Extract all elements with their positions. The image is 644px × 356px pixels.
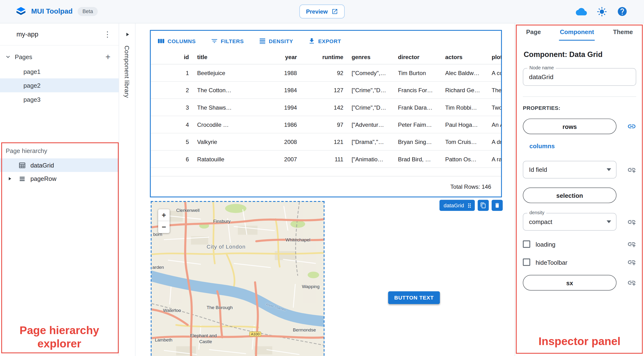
columns-property-link[interactable]: columns <box>530 142 555 149</box>
duplicate-component-button[interactable] <box>478 200 488 211</box>
table-cell[interactable]: Tim Burton <box>394 64 441 81</box>
pages-section-header[interactable]: Pages + <box>0 49 119 64</box>
zoom-out-button[interactable]: − <box>158 221 170 233</box>
table-cell[interactable]: 3 <box>151 99 193 116</box>
loading-binding-icon[interactable] <box>627 240 636 249</box>
component-library-strip[interactable]: Component library <box>119 23 136 356</box>
table-cell[interactable]: 2 <box>151 82 193 99</box>
datagrid-component[interactable]: COLUMNS FILTERS DENSITY EXPORT idtitleye… <box>150 30 502 198</box>
table-cell[interactable]: Beetlejuice <box>193 64 264 81</box>
preview-button[interactable]: Preview <box>299 4 344 18</box>
column-header-plot[interactable]: plot <box>488 49 502 64</box>
column-header-actors[interactable]: actors <box>441 49 488 64</box>
rows-property-button[interactable]: rows <box>523 119 616 134</box>
table-cell[interactable]: 121 <box>301 133 348 150</box>
delete-component-button[interactable] <box>492 200 502 211</box>
table-cell[interactable]: Tom Cruis… <box>441 133 488 150</box>
column-header-title[interactable]: title <box>193 49 264 64</box>
sidebar-item-page3[interactable]: page3 <box>0 92 119 106</box>
table-cell[interactable]: Paul Hoga… <box>441 116 488 133</box>
column-header-genres[interactable]: genres <box>348 49 394 64</box>
columns-button[interactable]: COLUMNS <box>155 36 198 46</box>
table-cell[interactable]: Francis For… <box>394 82 441 99</box>
table-cell[interactable]: 6 <box>151 151 193 168</box>
selection-property-button[interactable]: selection <box>523 188 616 203</box>
sx-property-button[interactable]: sx <box>523 275 616 291</box>
cloud-sync-icon[interactable] <box>576 6 587 17</box>
loading-checkbox[interactable] <box>523 240 530 248</box>
selection-tag-name[interactable]: dataGrid <box>439 200 475 211</box>
density-select[interactable]: density compact <box>523 213 616 231</box>
app-menu-kebab-icon[interactable]: ⋮ <box>100 29 116 40</box>
table-cell[interactable]: ["Comedy",… <box>348 64 394 81</box>
column-header-director[interactable]: director <box>394 49 441 64</box>
node-name-input[interactable] <box>529 73 631 80</box>
hidetoolbar-binding-icon[interactable] <box>627 258 636 267</box>
table-cell[interactable]: ["Animatio… <box>348 151 394 168</box>
add-page-button[interactable]: + <box>104 52 112 61</box>
table-cell[interactable]: ["Crime","D… <box>348 99 394 116</box>
table-cell[interactable]: 2007 <box>264 151 301 168</box>
table-cell[interactable]: The Cotton… <box>193 82 264 99</box>
rows-binding-link-icon[interactable] <box>627 122 636 131</box>
zoom-in-button[interactable]: + <box>158 209 170 221</box>
table-cell[interactable]: 97 <box>301 116 348 133</box>
table-cell[interactable]: The Shaws… <box>193 99 264 116</box>
table-cell[interactable]: Peter Faim… <box>394 116 441 133</box>
table-cell[interactable]: 92 <box>301 64 348 81</box>
table-cell[interactable]: ["Adventur… <box>348 116 394 133</box>
help-icon[interactable] <box>617 6 628 17</box>
table-cell[interactable]: Valkyrie <box>193 133 264 150</box>
table-cell[interactable]: 5 <box>151 133 193 150</box>
export-button[interactable]: EXPORT <box>306 36 344 46</box>
table-cell[interactable]: ["Drama","… <box>348 133 394 150</box>
table-row[interactable]: 3The Shaws…1994142["Crime","D…Frank Dara… <box>151 99 501 116</box>
density-binding-icon[interactable] <box>627 217 636 226</box>
table-cell[interactable]: 142 <box>301 99 348 116</box>
table-cell[interactable]: Brad Bird, … <box>394 151 441 168</box>
table-cell[interactable]: 1 <box>151 64 193 81</box>
table-cell[interactable]: Richard Ge… <box>441 82 488 99</box>
table-cell[interactable]: Frank Dara… <box>394 99 441 116</box>
table-row[interactable]: 6Ratatouille2007111["Animatio…Brad Bird,… <box>151 151 501 168</box>
node-name-field[interactable]: Node name <box>523 68 636 86</box>
sidebar-item-page1[interactable]: page1 <box>0 64 119 78</box>
column-header-year[interactable]: year <box>264 49 301 64</box>
table-cell[interactable]: A co… <box>488 64 502 81</box>
sx-binding-icon[interactable] <box>627 278 636 287</box>
table-cell[interactable]: A ra… <box>488 151 502 168</box>
table-row[interactable]: 5Valkyrie2008121["Drama","…Bryan Sing…To… <box>151 133 501 151</box>
tab-page[interactable]: Page <box>525 23 542 40</box>
table-cell[interactable]: Bryan Sing… <box>394 133 441 150</box>
density-button[interactable]: DENSITY <box>256 36 296 46</box>
drag-handle-icon[interactable] <box>466 202 473 209</box>
id-field-select[interactable]: Id field <box>523 161 616 178</box>
table-cell[interactable]: 1988 <box>264 64 301 81</box>
table-cell[interactable]: Patton Os… <box>441 151 488 168</box>
theme-toggle-sun-icon[interactable] <box>597 6 607 17</box>
sidebar-item-page2[interactable]: page2 <box>0 78 119 92</box>
table-row[interactable]: 4Crocodile …198697["Adventur…Peter Faim…… <box>151 116 501 133</box>
table-cell[interactable]: ["Crime","D… <box>348 82 394 99</box>
table-cell[interactable]: Tim Robbi… <box>441 99 488 116</box>
table-cell[interactable]: Two… <box>488 99 502 116</box>
column-header-id[interactable]: id <box>151 49 193 64</box>
map-component[interactable]: ClerkenwellFinsburybornWhitechapelCity o… <box>151 201 324 356</box>
chevron-right-icon[interactable] <box>5 176 14 181</box>
table-cell[interactable]: Alec Baldw… <box>441 64 488 81</box>
filters-button[interactable]: FILTERS <box>208 36 246 46</box>
button-component[interactable]: BUTTON TEXT <box>388 292 440 304</box>
table-cell[interactable]: 111 <box>301 151 348 168</box>
hierarchy-item-pagerow[interactable]: pageRow <box>0 172 119 185</box>
table-cell[interactable]: 1984 <box>264 82 301 99</box>
id-field-binding-icon[interactable] <box>627 165 636 174</box>
table-row[interactable]: 2The Cotton…1984127["Crime","D…Francis F… <box>151 82 501 99</box>
hidetoolbar-checkbox[interactable] <box>523 259 530 266</box>
chevron-right-icon[interactable] <box>124 32 130 37</box>
table-cell[interactable]: 1994 <box>264 99 301 116</box>
table-cell[interactable]: 2008 <box>264 133 301 150</box>
table-cell[interactable]: Ratatouille <box>193 151 264 168</box>
table-cell[interactable]: The… <box>488 82 502 99</box>
table-cell[interactable]: An A… <box>488 116 502 133</box>
tab-theme[interactable]: Theme <box>612 23 634 40</box>
